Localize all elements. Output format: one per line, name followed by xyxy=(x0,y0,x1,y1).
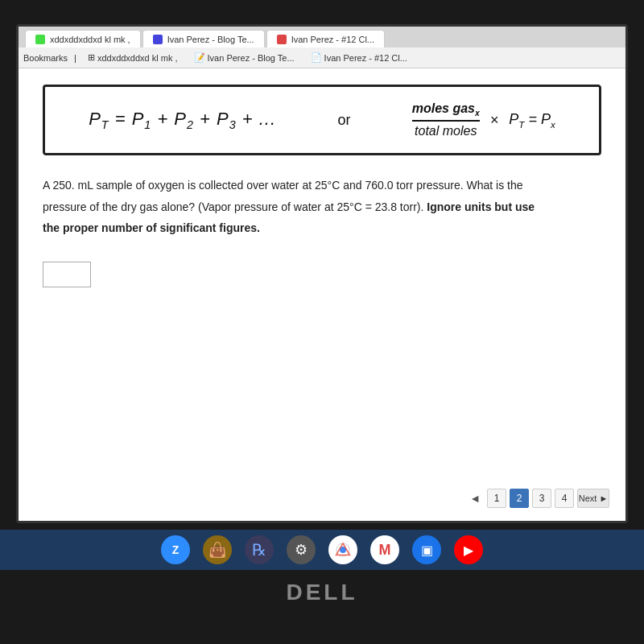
bookmark-2-label: Ivan Perez - Blog Te... xyxy=(208,53,295,63)
tab-3[interactable]: Ivan Perez - #12 Cl... xyxy=(266,30,385,47)
slides-symbol: ▣ xyxy=(421,543,433,558)
chrome-icon[interactable] xyxy=(328,535,357,564)
tab-2-label: Ivan Perez - Blog Te... xyxy=(167,35,254,44)
page-3[interactable]: 3 xyxy=(532,489,551,508)
laptop-screen: xddxddxddxd kl mk , Ivan Perez - Blog Te… xyxy=(16,24,628,523)
multiply-sign: × xyxy=(486,112,503,129)
question-line1: A 250. mL sample of oxygen is collected … xyxy=(43,179,523,192)
zoom-icon[interactable]: Z xyxy=(161,535,190,564)
bookmark-3-icon: 📄 xyxy=(311,52,322,63)
bookmark-3-label: Ivan Perez - #12 Cl... xyxy=(324,53,407,63)
bookmarks-bar: Bookmarks | ⊞ xddxddxddxd kl mk , 📝 Ivan… xyxy=(19,47,625,68)
fraction-numerator: moles gasx xyxy=(412,101,480,122)
bookmark-1-label: xddxddxddxd kl mk , xyxy=(97,53,178,63)
question-text: A 250. mL sample of oxygen is collected … xyxy=(43,175,601,239)
tab-1-label: xddxddxddxd kl mk , xyxy=(50,35,130,44)
bookmark-3[interactable]: 📄 Ivan Perez - #12 Cl... xyxy=(306,51,412,64)
youtube-symbol: ▶ xyxy=(464,543,473,558)
tab-2[interactable]: Ivan Perez - Blog Te... xyxy=(142,30,265,47)
bookmark-1-icon: ⊞ xyxy=(88,52,95,63)
fraction: moles gasx total moles xyxy=(412,101,480,138)
bookmarks-label: Bookmarks xyxy=(23,53,68,63)
formula-right: moles gasx total moles × PT = Px xyxy=(412,101,555,138)
tab-3-icon xyxy=(277,35,287,44)
laptop-outer: xddxddxddxd kl mk , Ivan Perez - Blog Te… xyxy=(0,0,644,644)
settings-symbol: ⚙ xyxy=(295,541,308,559)
tab-3-label: Ivan Perez - #12 Cl... xyxy=(291,35,374,44)
tab-bar: xddxddxddxd kl mk , Ivan Perez - Blog Te… xyxy=(19,27,625,47)
bluetooth-symbol: ℞ xyxy=(252,540,266,559)
formula-or: or xyxy=(337,112,350,129)
page-1[interactable]: 1 xyxy=(487,489,506,508)
taskbar: Z 👜 ℞ ⚙ M ▣ ▶ xyxy=(0,530,644,570)
chrome-svg xyxy=(333,540,353,559)
page-4[interactable]: 4 xyxy=(555,489,574,508)
bag-symbol: 👜 xyxy=(208,541,226,559)
gmail-icon[interactable]: M xyxy=(370,535,399,564)
prev-arrow[interactable]: ◄ xyxy=(466,492,484,505)
question-line3: the proper number of significant figures… xyxy=(43,221,260,234)
tab-1-icon xyxy=(35,35,45,44)
fraction-denominator: total moles xyxy=(415,122,477,138)
dell-logo: DELL xyxy=(286,580,357,605)
gmail-symbol: M xyxy=(379,542,391,559)
zoom-symbol: Z xyxy=(172,543,180,556)
answer-input[interactable] xyxy=(43,262,91,287)
tab-1[interactable]: xddxddxddxd kl mk , xyxy=(25,30,141,47)
formula-right-expr: PT = Px xyxy=(509,111,555,130)
bookmark-2[interactable]: 📝 Ivan Perez - Blog Te... xyxy=(189,51,299,64)
youtube-icon[interactable]: ▶ xyxy=(454,535,483,564)
slides-icon[interactable]: ▣ xyxy=(412,535,441,564)
bookmark-2-icon: 📝 xyxy=(194,52,205,63)
page-2[interactable]: 2 xyxy=(510,489,529,508)
page-content: PT = P1 + P2 + P3 + ... or moles gasx to… xyxy=(19,68,625,521)
settings-icon[interactable]: ⚙ xyxy=(287,535,316,564)
bold-instruction: Ignore units but use xyxy=(427,200,535,213)
svg-point-2 xyxy=(341,547,345,552)
question-line2: pressure of the dry gas alone? (Vapor pr… xyxy=(43,200,535,213)
formula-box: PT = P1 + P2 + P3 + ... or moles gasx to… xyxy=(43,85,601,155)
formula-left: PT = P1 + P2 + P3 + ... xyxy=(89,109,276,131)
pagination: ◄ 1 2 3 4 Next ► xyxy=(466,489,609,508)
bookmark-separator: | xyxy=(74,53,76,63)
next-button[interactable]: Next ► xyxy=(577,489,609,508)
tab-2-icon xyxy=(153,35,163,44)
bookmark-1[interactable]: ⊞ xddxddxddxd kl mk , xyxy=(83,51,183,64)
bluetooth-icon[interactable]: ℞ xyxy=(245,535,274,564)
bag-icon[interactable]: 👜 xyxy=(203,535,232,564)
